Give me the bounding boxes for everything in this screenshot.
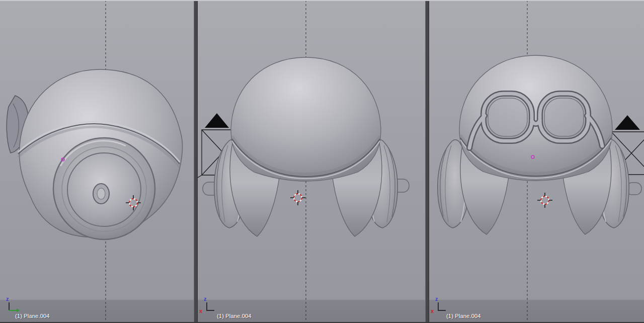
viewport-name-label: (1) Plane.004 [217,313,252,319]
axis-x-line [206,310,214,311]
helmet-dome[interactable] [231,57,381,181]
viewport-side-scene[interactable] [0,0,194,323]
axis-x-label: x [431,308,434,314]
viewport-side-view[interactable]: z (1) Plane.004 [0,0,194,323]
cursor-3d [290,190,305,205]
camera-up-triangle [205,113,229,128]
cursor-3d [537,193,552,208]
viewport-front-view[interactable]: z x (1) Plane.004 [429,0,644,323]
viewport-divider[interactable] [194,0,198,323]
viewport-divider[interactable] [425,0,429,323]
axis-z-line [206,302,207,310]
axis-z-line [438,302,439,310]
camera-up-triangle [615,115,640,130]
axis-z-line [9,302,10,310]
viewport-back-scene[interactable] [198,0,425,323]
viewport-name-label: (1) Plane.004 [446,313,481,319]
viewport-name-label: (1) Plane.004 [15,313,50,319]
window-top-edge [0,0,644,1]
axis-z-label: z [204,296,207,302]
axis-z-label: z [435,296,438,302]
blender-3d-view-window: z (1) Plane.004 [0,0,644,323]
helmet-model-side[interactable] [18,69,183,239]
axis-x-label: x [199,308,202,314]
axis-x-line [438,310,446,311]
mini-axis-gizmo: z x [201,301,218,318]
viewport-front-scene[interactable] [429,0,644,323]
axis-y-line [9,310,17,311]
axis-z-label: z [6,296,9,302]
viewport-back-view[interactable]: z x (1) Plane.004 [198,0,425,323]
